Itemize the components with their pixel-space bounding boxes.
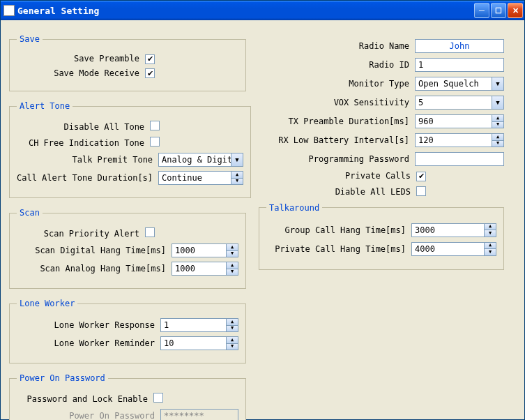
- monitor-type-combo[interactable]: Open Squelch ▼: [415, 77, 504, 91]
- call-alert-dur-value: Continue: [159, 172, 231, 184]
- rx-lowbatt-spinner[interactable]: 120 ▲ ▼: [415, 133, 504, 147]
- minimize-button[interactable]: ─: [474, 3, 489, 18]
- spinner-up-icon[interactable]: ▲: [227, 244, 238, 250]
- scan-analog-hang-spinner[interactable]: 1000 ▲ ▼: [172, 262, 238, 276]
- spinner-down-icon[interactable]: ▼: [227, 269, 238, 276]
- close-button[interactable]: ✕: [508, 3, 523, 18]
- tx-preamble-value: 960: [416, 115, 492, 128]
- loneworker-reminder-spinner[interactable]: 10 ▲ ▼: [160, 336, 238, 350]
- spinner-up-icon[interactable]: ▲: [492, 115, 503, 121]
- spinner-down-icon[interactable]: ▼: [492, 121, 503, 128]
- group-hang-label: Group Call Hang Time[ms]: [266, 225, 411, 235]
- tx-preamble-spinner[interactable]: 960 ▲ ▼: [415, 114, 504, 128]
- disable-all-tone-label: Disable All Tone: [17, 122, 150, 132]
- window-title: General Setting: [17, 6, 474, 16]
- private-calls-checkbox[interactable]: ✔: [416, 172, 426, 181]
- right-column: Radio Name Radio ID Monitor Type Ope: [259, 34, 504, 420]
- monitor-type-value: Open Squelch: [416, 77, 492, 90]
- titlebar: General Setting ─ ☐ ✕: [1, 1, 524, 20]
- spinner-down-icon[interactable]: ▼: [227, 250, 238, 257]
- talkpermit-combo[interactable]: Analog & Digit ▼: [158, 153, 243, 167]
- disable-leds-label: Diable All LEDS: [259, 187, 416, 197]
- vox-combo[interactable]: 5 ▼: [415, 96, 504, 110]
- call-alert-dur-spinner[interactable]: Continue ▲ ▼: [158, 171, 243, 185]
- spinner-down-icon[interactable]: ▼: [485, 230, 496, 237]
- tx-preamble-label: TX Preamble Duration[ms]: [259, 117, 415, 126]
- columns: Save Save Preamble ✔ Save Mode Receive ✔: [9, 34, 516, 420]
- loneworker-response-label: Lone Worker Response: [17, 320, 160, 330]
- save-preamble-label: Save Preamble: [17, 54, 145, 63]
- scan-digital-hang-label: Scan Digital Hang Time[ms]: [17, 246, 172, 255]
- talkpermit-value: Analog & Digit: [159, 153, 231, 166]
- radio-name-label: Radio Name: [259, 41, 415, 51]
- poweron-pw-label: Power On Password: [17, 411, 160, 420]
- talkaround-group: Talkaround Group Call Hang Time[ms] 3000…: [259, 203, 504, 270]
- loneworker-response-value: 1: [161, 319, 226, 331]
- rx-lowbatt-label: RX Low Battery Interval[s]: [259, 135, 415, 145]
- group-hang-spinner[interactable]: 3000 ▲ ▼: [411, 223, 496, 237]
- chevron-down-icon[interactable]: ▼: [492, 96, 503, 109]
- spinner-down-icon[interactable]: ▼: [485, 248, 496, 255]
- save-preamble-checkbox[interactable]: ✔: [145, 54, 155, 64]
- spinner-up-icon[interactable]: ▲: [485, 224, 496, 230]
- spinner-up-icon[interactable]: ▲: [231, 172, 243, 178]
- left-column: Save Save Preamble ✔ Save Mode Receive ✔: [9, 34, 246, 420]
- maximize-button[interactable]: ☐: [491, 3, 506, 18]
- chevron-down-icon[interactable]: ▼: [231, 153, 243, 166]
- private-hang-label: Private Call Hang Time[ms]: [266, 244, 411, 254]
- scan-legend: Scan: [17, 208, 43, 218]
- talkpermit-label: Talk Premit Tone: [17, 155, 158, 165]
- poweron-legend: Power On Password: [17, 373, 108, 383]
- loneworker-response-spinner[interactable]: 1 ▲ ▼: [160, 318, 238, 332]
- scan-digital-hang-spinner[interactable]: 1000 ▲ ▼: [172, 243, 238, 257]
- window: General Setting ─ ☐ ✕ Save Save Preamble: [0, 0, 525, 420]
- spinner-down-icon[interactable]: ▼: [227, 325, 238, 332]
- save-moderx-checkbox[interactable]: ✔: [145, 68, 155, 78]
- radio-id-label: Radio ID: [259, 60, 415, 70]
- vox-value: 5: [416, 96, 492, 109]
- prog-pw-input[interactable]: [415, 152, 504, 166]
- alerttone-legend: Alert Tone: [17, 101, 73, 111]
- rx-lowbatt-value: 120: [416, 134, 492, 147]
- pw-enable-checkbox[interactable]: [153, 393, 163, 403]
- save-moderx-label: Save Mode Receive: [17, 68, 145, 78]
- spinner-down-icon[interactable]: ▼: [231, 178, 243, 185]
- disable-all-tone-checkbox[interactable]: [150, 121, 160, 130]
- save-legend: Save: [17, 34, 43, 44]
- spinner-up-icon[interactable]: ▲: [227, 262, 238, 269]
- loneworker-reminder-value: 10: [161, 337, 226, 350]
- pw-enable-label: Password and Lock Enable: [17, 394, 153, 404]
- spinner-up-icon[interactable]: ▲: [227, 319, 238, 325]
- spinner-down-icon[interactable]: ▼: [492, 140, 503, 147]
- group-hang-value: 3000: [412, 224, 484, 237]
- private-calls-label: Private Calls: [259, 171, 416, 181]
- talkaround-legend: Talkaround: [266, 203, 322, 213]
- window-buttons: ─ ☐ ✕: [474, 3, 523, 18]
- minimize-icon: ─: [479, 6, 485, 15]
- poweron-pw-input: [160, 409, 238, 420]
- private-hang-spinner[interactable]: 4000 ▲ ▼: [411, 242, 496, 256]
- radio-name-input[interactable]: [415, 39, 504, 53]
- prog-pw-label: Programming Password: [259, 154, 415, 164]
- save-group: Save Save Preamble ✔ Save Mode Receive ✔: [9, 34, 246, 91]
- chfree-checkbox[interactable]: [150, 137, 160, 147]
- chfree-label: CH Free Indication Tone: [17, 138, 150, 148]
- loneworker-reminder-label: Lone Worker Reminder: [17, 338, 160, 348]
- client-area: Save Save Preamble ✔ Save Mode Receive ✔: [1, 20, 524, 419]
- scan-group: Scan Scan Priority Alert Scan Digital Ha…: [9, 208, 246, 289]
- monitor-type-label: Monitor Type: [259, 79, 415, 89]
- chevron-down-icon[interactable]: ▼: [492, 77, 503, 90]
- scan-analog-hang-label: Scan Analog Hang Time[ms]: [17, 264, 172, 273]
- scan-priority-label: Scan Priority Alert: [17, 229, 145, 239]
- call-alert-dur-label: Call Alert Tone Duration[s]: [17, 173, 158, 183]
- spinner-up-icon[interactable]: ▲: [492, 134, 503, 140]
- scan-priority-checkbox[interactable]: [145, 227, 155, 237]
- app-icon: [3, 5, 15, 16]
- spinner-up-icon[interactable]: ▲: [227, 337, 238, 343]
- spinner-up-icon[interactable]: ▲: [485, 243, 496, 249]
- spinner-down-icon[interactable]: ▼: [227, 343, 238, 350]
- radio-id-input[interactable]: [415, 58, 504, 72]
- scan-analog-hang-value: 1000: [172, 262, 226, 275]
- scan-digital-hang-value: 1000: [172, 244, 226, 257]
- disable-leds-checkbox[interactable]: [416, 186, 426, 196]
